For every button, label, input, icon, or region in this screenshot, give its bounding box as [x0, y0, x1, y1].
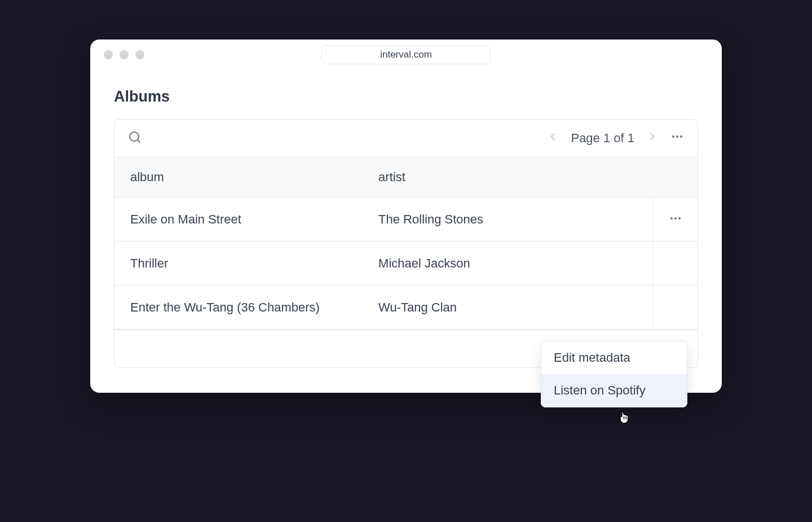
svg-point-4 — [680, 135, 682, 138]
cell-album: Enter the Wu-Tang (36 Chambers) — [130, 298, 378, 317]
column-header-album: album — [130, 170, 378, 185]
cell-artist: Michael Jackson — [378, 254, 652, 273]
table-row[interactable]: Enter the Wu-Tang (36 Chambers) Wu-Tang … — [114, 286, 698, 330]
svg-point-2 — [672, 135, 674, 138]
svg-point-5 — [670, 217, 673, 220]
page-indicator-top: Page 1 of 1 — [571, 131, 634, 146]
chevron-left-icon[interactable] — [547, 131, 558, 146]
column-header-actions — [637, 170, 682, 185]
traffic-lights — [104, 50, 144, 59]
row-actions-button[interactable] — [652, 198, 698, 241]
svg-point-3 — [676, 135, 678, 138]
table-topbar: Page 1 of 1 — [114, 120, 698, 157]
cell-artist: The Rolling Stones — [378, 210, 652, 229]
page-title: Albums — [114, 88, 698, 106]
pagination-top: Page 1 of 1 — [547, 130, 684, 147]
table-row[interactable]: Exile on Main Street The Rolling Stones — [114, 198, 698, 242]
column-header-artist: artist — [378, 170, 637, 185]
address-bar-url: interval.com — [380, 49, 432, 60]
table-row[interactable]: Thriller Michael Jackson — [114, 242, 698, 286]
table-header: album artist — [114, 157, 698, 198]
table-container: Page 1 of 1 album artist Exile o — [114, 119, 698, 368]
search-icon[interactable] — [128, 130, 142, 146]
cell-artist: Wu-Tang Clan — [378, 298, 652, 317]
browser-chrome: interval.com — [90, 40, 722, 70]
svg-line-1 — [138, 140, 140, 142]
more-icon[interactable] — [669, 212, 682, 227]
svg-point-7 — [678, 217, 681, 220]
cell-album: Exile on Main Street — [130, 210, 378, 229]
more-icon[interactable] — [670, 130, 684, 147]
browser-window: interval.com Albums Pag — [90, 40, 722, 393]
svg-point-6 — [674, 217, 677, 220]
context-menu: Edit metadata Listen on Spotify — [541, 341, 687, 407]
address-bar[interactable]: interval.com — [321, 45, 491, 64]
row-actions-button[interactable] — [652, 242, 698, 285]
traffic-light-maximize[interactable] — [135, 50, 144, 59]
traffic-light-close[interactable] — [104, 50, 113, 59]
content-area: Albums Page 1 of 1 — [90, 70, 722, 393]
cell-album: Thriller — [130, 254, 378, 273]
chevron-right-icon[interactable] — [647, 131, 658, 146]
menu-item-listen-spotify[interactable]: Listen on Spotify — [541, 374, 687, 407]
traffic-light-minimize[interactable] — [120, 50, 129, 59]
cursor-pointer-icon — [617, 411, 632, 430]
row-actions-button[interactable] — [652, 286, 698, 329]
menu-item-edit-metadata[interactable]: Edit metadata — [541, 341, 687, 374]
